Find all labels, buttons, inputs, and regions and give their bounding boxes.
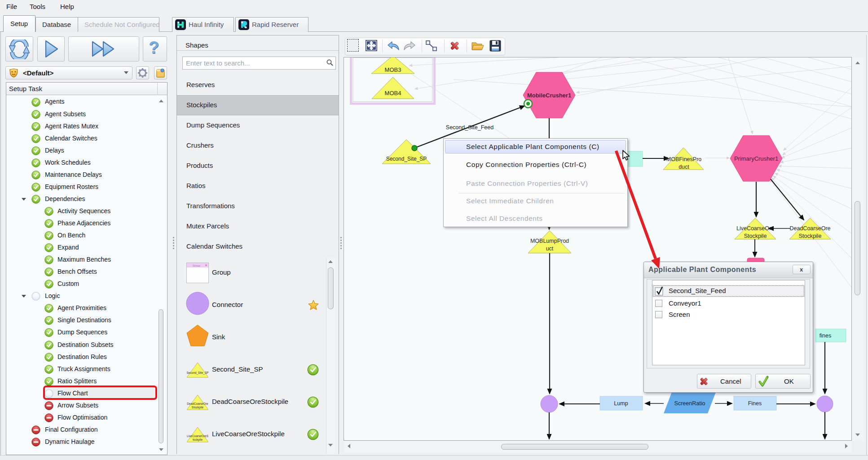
- svg-text:DeadCoarseOre: DeadCoarseOre: [187, 402, 208, 405]
- svg-text:Second_Site_Feed: Second_Site_Feed: [446, 124, 493, 131]
- svg-text:LiveCoarseOre: LiveCoarseOre: [736, 225, 774, 232]
- svg-text:tockpile: tockpile: [193, 438, 203, 442]
- svg-text:MOBFinesPro: MOBFinesPro: [666, 156, 702, 162]
- svg-text:Fines: Fines: [748, 400, 762, 407]
- svg-text:uct: uct: [546, 245, 554, 252]
- svg-text:duct: duct: [679, 164, 689, 170]
- svg-text:MOBLumpProd: MOBLumpProd: [530, 238, 569, 244]
- svg-text:Stockpile: Stockpile: [799, 233, 822, 239]
- svg-text:Group: Group: [193, 264, 200, 267]
- svg-text:Lump: Lump: [614, 400, 628, 407]
- svg-text:Stockpile: Stockpile: [192, 406, 204, 409]
- svg-text:LiveCoarseOreS: LiveCoarseOreS: [187, 434, 209, 438]
- svg-text:MOB4: MOB4: [385, 90, 401, 96]
- svg-text:fines: fines: [820, 333, 831, 339]
- svg-text:PrimaryCrusher1: PrimaryCrusher1: [734, 155, 778, 162]
- svg-text:MOB3: MOB3: [385, 66, 401, 73]
- svg-text:Second_Site_SP: Second_Site_SP: [186, 371, 208, 375]
- svg-text:MobileCrusher1: MobileCrusher1: [527, 92, 571, 99]
- svg-text:DeadCoarseOre: DeadCoarseOre: [789, 225, 830, 232]
- svg-text:ScreenRatio: ScreenRatio: [674, 400, 705, 407]
- svg-text:Stockpile: Stockpile: [744, 233, 767, 239]
- svg-text:Second_Site_SP: Second_Site_SP: [386, 156, 427, 162]
